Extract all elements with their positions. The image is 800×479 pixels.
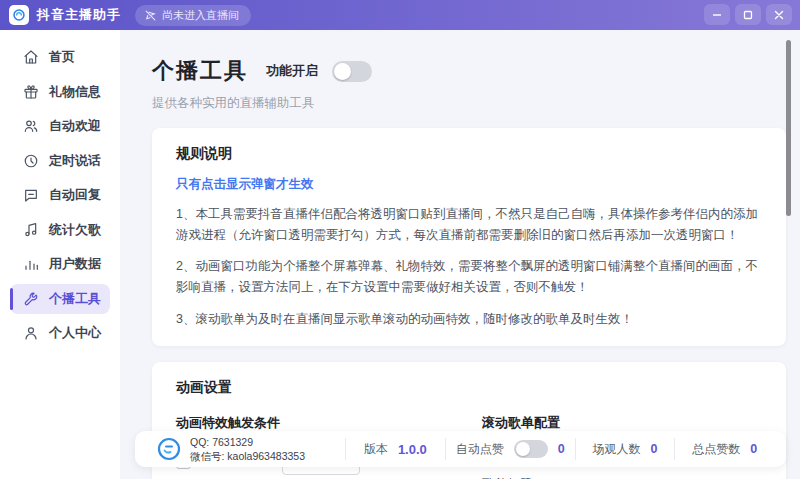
vertical-scrollbar[interactable] xyxy=(786,40,791,216)
home-icon xyxy=(23,49,39,65)
rule-item-3: 3、滚动歌单为及时在直播间显示歌单滚动的动画特效，随时修改的歌单及时生效！ xyxy=(176,309,762,330)
gift-icon xyxy=(23,84,39,100)
sidebar-item-auto-welcome[interactable]: 自动欢迎 xyxy=(10,111,110,141)
auto-like-group: 自动点赞 0 xyxy=(456,440,565,458)
music-icon xyxy=(23,222,39,238)
sidebar-item-label: 自动欢迎 xyxy=(49,117,101,135)
page-title: 个播工具 xyxy=(152,56,248,86)
live-status-badge: 尚未进入直播间 xyxy=(135,5,251,26)
sidebar-item-label: 个播工具 xyxy=(49,290,101,308)
page-header: 个播工具 功能开启 xyxy=(152,56,786,86)
auto-like-toggle[interactable] xyxy=(514,440,548,458)
viewers-label: 场观人数 xyxy=(593,441,641,458)
animation-card-title: 动画设置 xyxy=(176,379,762,397)
qq-number: QQ: 7631329 xyxy=(190,435,305,449)
sidebar-item-auto-reply[interactable]: 自动回复 xyxy=(10,180,110,210)
minimize-button[interactable] xyxy=(704,4,730,25)
sidebar-item-label: 定时说话 xyxy=(49,152,101,170)
chat-icon xyxy=(23,187,39,203)
viewers-count: 0 xyxy=(651,442,658,456)
clock-icon xyxy=(23,153,39,169)
wrench-icon xyxy=(23,291,39,307)
version-label: 版本 xyxy=(364,441,388,458)
sidebar-item-broadcast-tools[interactable]: 个播工具 xyxy=(10,284,110,314)
bar-chart-icon xyxy=(23,256,39,272)
sidebar-item-song-stats[interactable]: 统计欠歌 xyxy=(10,215,110,245)
version-group: 版本 1.0.0 xyxy=(356,441,435,458)
app-logo-icon xyxy=(9,5,29,25)
wechat-id: 微信号: kaola963483353 xyxy=(190,449,305,463)
user-icon xyxy=(23,325,39,341)
feature-toggle-label: 功能开启 xyxy=(266,62,318,80)
total-likes-group: 总点赞数 0 xyxy=(685,441,764,458)
footer-divider xyxy=(445,438,446,460)
sidebar-item-label: 个人中心 xyxy=(49,324,101,342)
sidebar-item-home[interactable]: 首页 xyxy=(10,42,110,72)
viewers-group: 场观人数 0 xyxy=(586,441,665,458)
app-title: 抖音主播助手 xyxy=(37,6,121,24)
sidebar-item-label: 用户数据 xyxy=(49,255,101,273)
window-controls xyxy=(704,4,792,25)
footer-divider xyxy=(345,438,346,460)
sidebar-item-label: 首页 xyxy=(49,48,75,66)
feature-toggle[interactable] xyxy=(332,61,372,82)
sidebar-item-personal-center[interactable]: 个人中心 xyxy=(10,318,110,348)
footer-divider xyxy=(575,438,576,460)
sidebar-item-label: 礼物信息 xyxy=(49,83,101,101)
auto-like-label: 自动点赞 xyxy=(456,441,504,458)
users-icon xyxy=(23,118,39,134)
sidebar-item-user-data[interactable]: 用户数据 xyxy=(10,249,110,279)
footer-status-bar: QQ: 7631329 微信号: kaola963483353 版本 1.0.0… xyxy=(135,431,786,467)
rule-item-2: 2、动画窗口功能为个播整个屏幕弹幕、礼物特效，需要将整个飘屏的透明窗口铺满整个直… xyxy=(176,256,762,297)
auto-like-count: 0 xyxy=(558,442,565,456)
contact-logo-icon xyxy=(157,437,181,461)
songlist-section-title: 滚动歌单配置 xyxy=(482,414,560,432)
sidebar-item-timed-talk[interactable]: 定时说话 xyxy=(10,146,110,176)
not-live-icon xyxy=(144,9,157,22)
version-value: 1.0.0 xyxy=(398,442,427,457)
sidebar-item-label: 统计欠歌 xyxy=(49,221,101,239)
footer-divider xyxy=(674,438,675,460)
main-content: 个播工具 功能开启 提供各种实用的直播辅助工具 规则说明 只有点击显示弹窗才生效… xyxy=(120,30,800,479)
trigger-section-title: 动画特效触发条件 xyxy=(176,414,482,432)
maximize-button[interactable] xyxy=(735,4,761,25)
sidebar: 首页 礼物信息 自动欢迎 定时说话 自动回复 统计欠歌 xyxy=(0,30,120,479)
rules-card: 规则说明 只有点击显示弹窗才生效 1、本工具需要抖音直播伴侣配合将透明窗口贴到直… xyxy=(152,128,786,346)
rules-highlight: 只有点击显示弹窗才生效 xyxy=(176,176,762,193)
sidebar-item-label: 自动回复 xyxy=(49,186,101,204)
sidebar-item-gift-info[interactable]: 礼物信息 xyxy=(10,77,110,107)
page-subtitle: 提供各种实用的直播辅助工具 xyxy=(152,95,786,112)
close-button[interactable] xyxy=(766,4,792,25)
contact-info: QQ: 7631329 微信号: kaola963483353 xyxy=(157,435,335,463)
total-likes-count: 0 xyxy=(750,442,757,456)
app-window: 抖音主播助手 尚未进入直播间 首页 xyxy=(0,0,800,479)
rule-item-1: 1、本工具需要抖音直播伴侣配合将透明窗口贴到直播间，不然只是自己自嗨，具体操作参… xyxy=(176,204,762,245)
live-status-text: 尚未进入直播间 xyxy=(162,8,239,23)
rules-card-title: 规则说明 xyxy=(176,145,762,163)
titlebar: 抖音主播助手 尚未进入直播间 xyxy=(0,0,800,30)
total-likes-label: 总点赞数 xyxy=(692,441,740,458)
